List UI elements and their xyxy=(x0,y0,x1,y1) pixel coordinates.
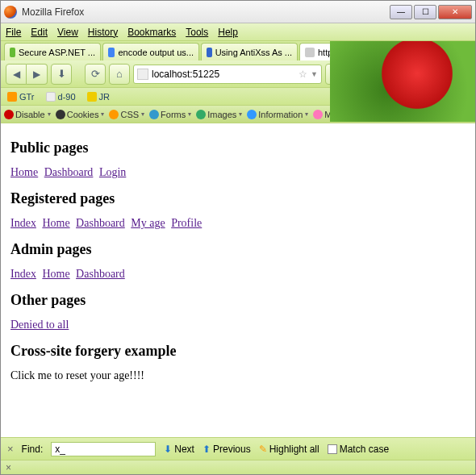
tabgroup-button[interactable]: ▦ xyxy=(349,64,370,85)
page-icon xyxy=(137,69,148,80)
link-dashboard[interactable]: Dashboard xyxy=(76,268,125,280)
heading-registered: Registered pages xyxy=(10,190,466,207)
heading-admin: Admin pages xyxy=(10,241,466,258)
link-index[interactable]: Index xyxy=(10,217,36,229)
menu-edit[interactable]: Edit xyxy=(31,27,48,38)
bookmark-icon xyxy=(7,92,17,102)
back-button[interactable]: ◀ xyxy=(6,64,27,85)
menu-bookmarks[interactable]: Bookmarks xyxy=(127,27,176,38)
dev-forms[interactable]: Forms xyxy=(149,110,191,119)
minimize-button[interactable]: — xyxy=(390,5,412,19)
search-placeholder: Google xyxy=(411,69,452,79)
arrow-up-icon: ⬆ xyxy=(203,444,211,455)
bookmark-star-icon[interactable]: ☆ xyxy=(299,69,307,80)
bookmark-label: d-90 xyxy=(58,92,76,102)
link-index[interactable]: Index xyxy=(10,268,36,280)
tab-icon xyxy=(108,48,115,57)
bookmark-d90[interactable]: d-90 xyxy=(46,92,76,102)
web-developer-toolbar: Disable Cookies CSS Forms Images Informa… xyxy=(1,106,475,123)
menu-tools[interactable]: Tools xyxy=(186,27,208,38)
close-button[interactable]: ✕ xyxy=(438,5,472,19)
bookmark-label: JR xyxy=(99,92,110,102)
css-icon xyxy=(109,110,119,119)
page-content: Public pages Home Dashboard Login Regist… xyxy=(1,123,475,422)
bookmark-gtr[interactable]: GTr xyxy=(7,92,35,102)
link-home[interactable]: Home xyxy=(42,217,69,229)
link-profile[interactable]: Profile xyxy=(171,217,202,229)
maximize-button[interactable]: ☐ xyxy=(414,5,436,19)
misc-icon xyxy=(313,110,323,119)
tab-icon xyxy=(10,48,15,57)
tab-2[interactable]: Using AntiXss As ... xyxy=(201,43,298,60)
cookies-icon xyxy=(56,110,65,119)
link-denied[interactable]: Denied to all xyxy=(10,319,69,331)
dev-misc[interactable]: Miscellaneous xyxy=(313,110,386,119)
tab-icon xyxy=(207,48,212,57)
find-input[interactable] xyxy=(51,442,156,456)
arrow-down-icon: ⬇ xyxy=(164,444,172,455)
dev-css[interactable]: CSS xyxy=(109,110,144,119)
images-icon xyxy=(196,110,206,119)
stop-button[interactable]: ✖ xyxy=(374,64,395,85)
link-myage[interactable]: My age xyxy=(131,217,165,229)
admin-links: Index Home Dashboard xyxy=(10,268,466,281)
find-label: Find: xyxy=(22,444,44,455)
heading-public: Public pages xyxy=(10,140,466,156)
menu-file[interactable]: File xyxy=(6,27,21,38)
tab-label: Using AntiXss As ... xyxy=(215,48,292,57)
bookmark-label: GTr xyxy=(19,92,35,102)
dev-outline[interactable]: Ou xyxy=(391,110,420,119)
dev-information[interactable]: Information xyxy=(247,110,308,119)
dev-cookies[interactable]: Cookies xyxy=(56,110,105,119)
bookmark-jr[interactable]: JR xyxy=(87,92,110,102)
tab-1[interactable]: encode output us... xyxy=(102,43,199,60)
heading-csrf: Cross-site forgery example xyxy=(10,343,466,360)
menu-view[interactable]: View xyxy=(57,27,78,38)
match-case-checkbox[interactable]: Match case xyxy=(328,444,389,455)
forward-button[interactable]: ▶ xyxy=(27,64,48,85)
highlight-icon: ✎ xyxy=(259,444,267,455)
link-dashboard[interactable]: Dashboard xyxy=(44,166,94,178)
reload-button[interactable]: ↻ xyxy=(325,64,346,85)
tab-0[interactable]: Secure ASP.NET ... xyxy=(4,43,101,60)
find-previous-button[interactable]: ⬆Previous xyxy=(203,444,251,455)
window-title: Mozilla Firefox xyxy=(22,6,390,18)
menubar: File Edit View History Bookmarks Tools H… xyxy=(1,23,475,41)
outline-icon xyxy=(391,110,401,119)
link-home[interactable]: Home xyxy=(42,268,69,280)
tab-label: Secure ASP.NET ... xyxy=(19,48,95,57)
search-icon[interactable]: 🔍 xyxy=(454,69,466,80)
tab-3[interactable]: http://l...51225/× xyxy=(299,43,392,60)
info-icon xyxy=(247,110,257,119)
statusbar-close-icon[interactable]: × xyxy=(6,462,11,473)
firefox-icon xyxy=(4,6,17,19)
link-dashboard[interactable]: Dashboard xyxy=(76,217,125,229)
navbar: ◀ ▶ ⬇ ⟳ ⌂ ☆ ▼ ↻ ▦ ✖ G Google 🔍 xyxy=(1,60,475,88)
url-input[interactable] xyxy=(152,69,295,80)
url-bar[interactable]: ☆ ▼ xyxy=(133,65,322,84)
dev-images[interactable]: Images xyxy=(196,110,242,119)
window-controls: — ☐ ✕ xyxy=(390,5,472,19)
link-home[interactable]: Home xyxy=(10,166,38,178)
menu-history[interactable]: History xyxy=(88,27,118,38)
titlebar: Mozilla Firefox — ☐ ✕ xyxy=(1,1,475,23)
new-tab-button[interactable]: + xyxy=(394,43,411,60)
tabbar: Secure ASP.NET ... encode output us... U… xyxy=(1,41,475,60)
dev-disable[interactable]: Disable xyxy=(4,110,51,119)
findbar-close-icon[interactable]: × xyxy=(7,443,14,455)
link-login[interactable]: Login xyxy=(99,166,126,178)
reload-inner-button[interactable]: ⟳ xyxy=(85,64,106,85)
menu-help[interactable]: Help xyxy=(218,27,238,38)
checkbox-icon[interactable] xyxy=(328,444,337,454)
highlight-all-button[interactable]: ✎Highlight all xyxy=(259,444,319,455)
csrf-text: Click me to reset your age!!!! xyxy=(10,369,466,382)
dropdown-icon[interactable]: ▼ xyxy=(311,70,318,78)
search-box[interactable]: G Google 🔍 xyxy=(398,65,470,84)
close-icon[interactable]: × xyxy=(382,48,386,56)
download-button[interactable]: ⬇ xyxy=(51,64,72,85)
find-next-button[interactable]: ⬇Next xyxy=(164,444,194,455)
statusbar: × xyxy=(1,460,475,474)
google-icon: G xyxy=(402,69,409,79)
home-button[interactable]: ⌂ xyxy=(109,64,130,85)
heading-other: Other pages xyxy=(10,292,466,309)
